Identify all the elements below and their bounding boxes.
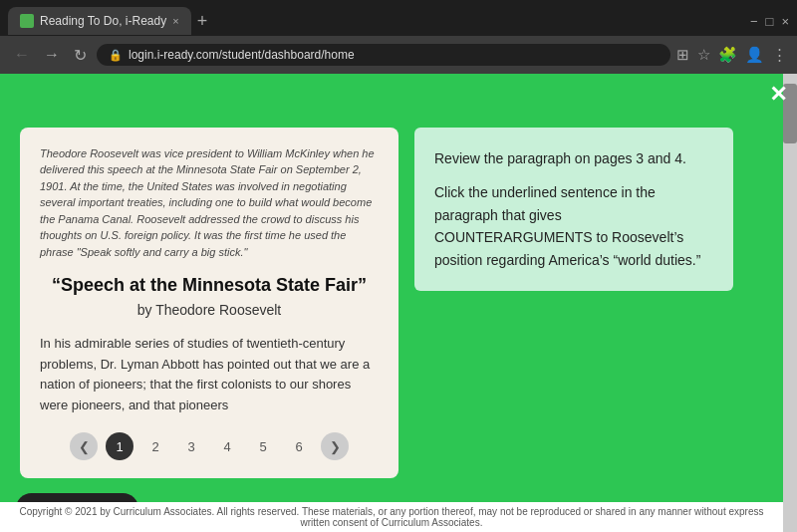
tab-favicon	[20, 14, 34, 28]
scrollbar[interactable]	[783, 74, 797, 532]
extensions-icon[interactable]: ⊞	[676, 46, 689, 64]
instruction-line1: Review the paragraph on pages 3 and 4.	[434, 147, 713, 169]
passage-intro: Theodore Roosevelt was vice president to…	[40, 145, 379, 261]
copyright-text: Copyright © 2021 by Curriculum Associate…	[20, 506, 764, 528]
close-window-btn[interactable]: ×	[781, 14, 789, 29]
reload-btn[interactable]: ↻	[70, 44, 91, 67]
active-tab[interactable]: Reading To Do, i-Ready ×	[8, 7, 191, 35]
reading-card: Theodore Roosevelt was vice president to…	[20, 128, 398, 478]
minimize-btn[interactable]: −	[750, 14, 758, 29]
pagination: ❮ 1 2 3 4 5 6 ❯	[40, 432, 379, 460]
new-tab-btn[interactable]: +	[197, 11, 208, 32]
copyright-bar: Copyright © 2021 by Curriculum Associate…	[0, 502, 783, 532]
lock-icon: 🔒	[109, 49, 123, 62]
url-text: login.i-ready.com/student/dashboard/home	[129, 48, 355, 62]
next-page-btn[interactable]: ❯	[321, 432, 349, 460]
instruction-box: Review the paragraph on pages 3 and 4. C…	[414, 128, 733, 291]
nav-bar: ← → ↻ 🔒 login.i-ready.com/student/dashbo…	[0, 36, 797, 74]
maximize-btn[interactable]: □	[766, 14, 774, 29]
page-btn-5[interactable]: 5	[249, 432, 277, 460]
page-btn-2[interactable]: 2	[141, 432, 169, 460]
passage-author: by Theodore Roosevelt	[40, 302, 379, 318]
forward-btn[interactable]: →	[40, 44, 64, 66]
profile-icon[interactable]: 👤	[745, 46, 764, 64]
tab-right-icons: − □ ×	[750, 14, 789, 29]
tab-close-btn[interactable]: ×	[172, 15, 178, 27]
passage-title: “Speech at the Minnesota State Fair”	[40, 274, 379, 297]
page-btn-1[interactable]: 1	[106, 432, 133, 460]
passage-body: In his admirable series of studies of tw…	[40, 334, 379, 416]
address-bar[interactable]: 🔒 login.i-ready.com/student/dashboard/ho…	[97, 44, 670, 66]
puzzle-icon[interactable]: 🧩	[718, 46, 737, 64]
tab-bar: Reading To Do, i-Ready × + − □ ×	[0, 0, 797, 36]
page-btn-6[interactable]: 6	[285, 432, 313, 460]
page-btn-4[interactable]: 4	[213, 432, 241, 460]
nav-right-icons: ⊞ ☆ 🧩 👤 ⋮	[676, 46, 787, 64]
page-btn-3[interactable]: 3	[177, 432, 205, 460]
content-wrapper: Theodore Roosevelt was vice president to…	[20, 128, 777, 478]
prev-page-btn[interactable]: ❮	[70, 432, 98, 460]
tab-title: Reading To Do, i-Ready	[40, 14, 166, 28]
back-btn[interactable]: ←	[10, 44, 34, 66]
menu-icon[interactable]: ⋮	[772, 46, 787, 64]
close-btn[interactable]: ✕	[769, 82, 787, 108]
star-icon[interactable]: ☆	[697, 46, 710, 64]
instruction-line2: Click the underlined sentence in the par…	[434, 181, 713, 271]
browser-chrome: Reading To Do, i-Ready × + − □ × ← → ↻ 🔒…	[0, 0, 797, 74]
main-area: ✕ Theodore Roosevelt was vice president …	[0, 74, 797, 532]
